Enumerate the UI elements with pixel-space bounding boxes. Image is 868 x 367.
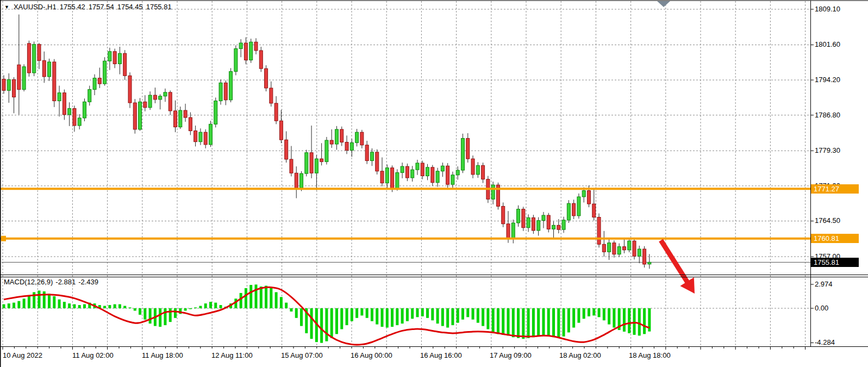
candle [376,150,379,175]
candle [456,166,459,179]
macd-histogram-bar [83,304,86,308]
candle-body-down [405,166,409,178]
candle-body-down [270,88,273,103]
candle [139,98,142,130]
candle [22,64,26,91]
candle [502,202,505,227]
candle-body-down [279,121,283,140]
candle [229,68,233,102]
candle-body-down [153,95,157,99]
candle [159,94,162,109]
macd-histogram-bar [436,308,439,324]
candle [522,207,525,231]
candle-body-down [17,65,21,89]
candle-body-up [83,102,86,118]
candle [572,200,576,219]
candle-body-up [305,153,308,173]
macd-histogram-bar [240,293,242,308]
candle [204,129,207,148]
candle [274,96,278,125]
macd-histogram-bar [78,305,81,308]
candle [214,97,217,127]
candle-body-up [88,90,91,102]
macd-histogram-bar [386,308,389,328]
candle-body-up [315,159,318,173]
candle-body-down [285,140,288,159]
macd-tick-label: 2.974 [815,280,833,288]
chart-canvas[interactable] [0,0,868,367]
macd-histogram-bar [204,303,207,308]
macd-histogram-bar [411,308,414,319]
candle [461,134,464,173]
candle-body-down [330,140,333,144]
candle [83,98,86,121]
symbol-period-label: XAUUSD-,H1 [14,3,57,11]
macd-histogram-bar [28,295,30,308]
candle [643,246,646,268]
candle-body-up [562,220,565,229]
candle-body-down [431,167,434,183]
macd-histogram-bar [486,308,489,329]
candle-body-down [446,166,449,184]
macd-histogram-bar [502,308,504,335]
candle-body-up [451,175,454,184]
candle [482,163,485,183]
candle-body-down [421,163,424,176]
candle [239,39,242,57]
candle-body-down [290,159,293,173]
candle-body-down [547,215,550,229]
candle [491,182,495,204]
candle [401,163,404,178]
macd-histogram-bar [563,308,565,337]
macd-histogram-bar [335,308,338,334]
candle [405,164,409,181]
macd-histogram-bar [114,304,116,308]
main-chart-surface[interactable] [0,1,810,346]
candle [103,57,107,85]
macd-histogram-bar [537,308,540,337]
candle-body-up [335,129,338,144]
macd-histogram-bar [73,304,76,308]
candle-body-up [219,83,222,101]
candle [597,214,601,248]
candle-body-down [13,79,16,97]
candle-body-up [385,168,389,183]
macd-histogram-bar [371,308,373,321]
macd-histogram-bar [134,308,136,310]
candle [270,82,273,107]
macd-histogram-bar [628,308,630,333]
macd-histogram-bar [633,308,636,335]
macd-histogram-bar [532,308,535,337]
level-anchor-marker[interactable] [1,236,6,241]
candle-body-up [577,197,580,216]
time-tick-label: 11 Aug 02:00 [72,351,114,359]
candle-body-up [411,170,414,178]
candle-body-up [617,247,621,254]
macd-histogram-bar [189,308,192,309]
macd-histogram-bar [320,308,323,343]
macd-histogram-bar [401,308,404,324]
candle [471,155,474,178]
macd-histogram-bar [522,308,524,339]
candle-body-up [350,142,353,150]
macd-histogram-bar [194,308,197,308]
candle-body-up [214,101,217,125]
macd-panel-surface[interactable] [2,284,810,345]
candle-body-up [476,165,479,175]
symbol-dropdown-icon[interactable]: ▼ [4,4,9,10]
candle [542,212,545,228]
candle [466,133,470,163]
candle-body-up [582,191,585,197]
candle-body-down [602,244,605,252]
candle [567,200,570,223]
candle-body-up [249,42,253,60]
candle [168,90,172,115]
candle [552,221,555,239]
candle-body-up [164,92,167,96]
macd-histogram-bar [169,308,172,322]
macd-histogram-bar [492,308,495,332]
candle [532,215,535,234]
candle [320,143,323,165]
candle-body-down [633,241,636,256]
candle [285,131,288,163]
